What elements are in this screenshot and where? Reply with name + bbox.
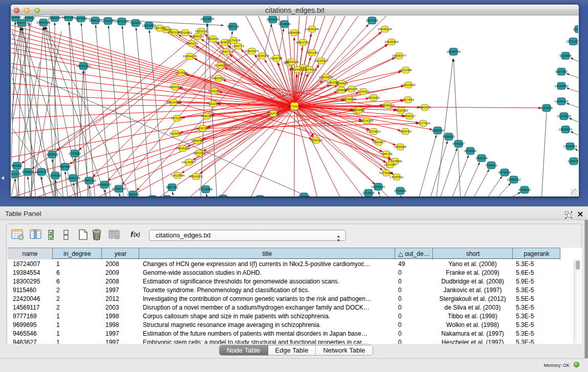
svg-text:7816184: 7816184	[169, 85, 182, 89]
svg-text:1031051: 1031051	[193, 151, 206, 155]
svg-text:1824493: 1824493	[291, 68, 304, 71]
svg-text:(x): (x)	[134, 232, 140, 237]
svg-text:16648784: 16648784	[446, 50, 461, 53]
svg-text:12444154: 12444154	[554, 99, 569, 103]
svg-text:53755646: 53755646	[379, 171, 394, 174]
svg-text:54145868: 54145868	[342, 97, 356, 101]
svg-text:81223623: 81223623	[366, 129, 381, 133]
svg-text:3387262: 3387262	[154, 26, 166, 30]
svg-text:7632621: 7632621	[485, 163, 498, 167]
svg-text:02606474: 02606474	[245, 49, 259, 53]
svg-text:7515526: 7515526	[129, 21, 142, 25]
svg-text:16053809: 16053809	[200, 17, 214, 20]
svg-text:64139537: 64139537	[182, 160, 196, 164]
svg-text:6998543: 6998543	[288, 31, 301, 34]
svg-text:02654235: 02654235	[183, 54, 197, 58]
svg-text:20691406: 20691406	[36, 20, 51, 24]
svg-text:13433200: 13433200	[401, 83, 416, 86]
svg-text:25135427: 25135427	[314, 59, 329, 62]
svg-text:2933114: 2933114	[475, 156, 488, 160]
svg-text:12093882: 12093882	[554, 84, 569, 87]
svg-text:9474444: 9474444	[464, 149, 477, 152]
svg-text:5430391: 5430391	[208, 89, 221, 93]
svg-text:7193745: 7193745	[267, 112, 280, 115]
svg-text:4192832: 4192832	[169, 132, 182, 135]
svg-text:4896383: 4896383	[201, 114, 213, 118]
svg-text:16671385: 16671385	[115, 19, 129, 23]
svg-text:96532871: 96532871	[189, 174, 203, 178]
svg-text:10654112: 10654112	[507, 178, 521, 181]
svg-text:34624751: 34624751	[296, 40, 310, 44]
svg-text:6658760: 6658760	[399, 129, 412, 133]
svg-text:8386379: 8386379	[186, 41, 199, 45]
svg-text:15751074: 15751074	[566, 39, 578, 43]
svg-text:18724007: 18724007	[288, 104, 302, 108]
svg-text:65648236: 65648236	[378, 27, 392, 31]
svg-text:51462704: 51462704	[219, 50, 233, 53]
svg-text:0433218: 0433218	[195, 29, 208, 33]
svg-text:2020655: 2020655	[46, 152, 59, 156]
svg-text:1913171: 1913171	[11, 172, 21, 176]
svg-text:8471636: 8471636	[498, 170, 511, 174]
svg-text:1905531: 1905531	[23, 16, 36, 19]
svg-text:5009788: 5009788	[270, 56, 283, 60]
svg-text:9227342: 9227342	[555, 70, 568, 73]
svg-text:1413614: 1413614	[362, 191, 375, 194]
svg-text:87277434: 87277434	[416, 121, 430, 125]
svg-text:9129966: 9129966	[559, 54, 572, 57]
svg-text:34874016: 34874016	[302, 68, 317, 71]
svg-text:76320163: 76320163	[394, 108, 408, 112]
svg-text:29946804: 29946804	[384, 40, 399, 43]
svg-text:17016504: 17016504	[563, 144, 577, 148]
svg-text:8813054: 8813054	[267, 17, 279, 21]
svg-text:7997587: 7997587	[59, 165, 72, 168]
svg-text:7357224: 7357224	[227, 25, 239, 28]
svg-text:00524278: 00524278	[319, 75, 333, 79]
svg-text:8721489: 8721489	[400, 68, 412, 72]
svg-text:87234309: 87234309	[255, 54, 269, 57]
svg-text:1065332: 1065332	[49, 16, 61, 19]
svg-text:73178108: 73178108	[226, 38, 241, 42]
svg-text:1156829: 1156829	[21, 170, 34, 173]
svg-text:7889579: 7889579	[419, 105, 431, 109]
svg-text:9218506: 9218506	[278, 22, 291, 26]
svg-text:4216073: 4216073	[357, 90, 370, 93]
svg-text:5098393: 5098393	[191, 139, 204, 142]
svg-text:1145190: 1145190	[49, 173, 61, 177]
svg-text:36995777: 36995777	[392, 54, 406, 57]
svg-text:17957253: 17957253	[82, 179, 96, 182]
svg-text:12505135: 12505135	[66, 176, 80, 180]
svg-text:1326773: 1326773	[232, 44, 245, 48]
svg-text:55698169: 55698169	[380, 103, 395, 107]
svg-text:10958107: 10958107	[97, 183, 112, 186]
svg-text:1735992: 1735992	[69, 151, 81, 155]
svg-text:9600133: 9600133	[191, 34, 204, 38]
svg-text:7991183: 7991183	[306, 51, 318, 54]
svg-text:1627204: 1627204	[384, 163, 397, 166]
svg-text:65787133: 65787133	[195, 126, 210, 130]
svg-text:12942757: 12942757	[34, 170, 49, 173]
svg-text:8914407: 8914407	[11, 16, 22, 19]
svg-text:6204505: 6204505	[336, 81, 349, 85]
svg-text:1615594: 1615594	[175, 71, 188, 74]
svg-text:9245632: 9245632	[518, 188, 531, 191]
svg-text:4060883: 4060883	[353, 108, 365, 112]
svg-text:14136141: 14136141	[371, 185, 385, 188]
svg-text:64835030: 64835030	[176, 146, 190, 150]
svg-text:6479197: 6479197	[452, 142, 465, 145]
svg-text:7346706: 7346706	[380, 152, 393, 156]
svg-text:15692971: 15692971	[558, 127, 573, 131]
svg-text:1226916: 1226916	[207, 37, 220, 40]
svg-text:93103413: 93103413	[166, 100, 181, 104]
svg-text:98084124: 98084124	[285, 60, 299, 63]
svg-text:6475255: 6475255	[171, 116, 184, 120]
svg-text:16782759: 16782759	[112, 187, 126, 190]
svg-text:5466889: 5466889	[394, 145, 407, 148]
svg-text:10719185: 10719185	[101, 19, 115, 23]
svg-text:5938923: 5938923	[443, 135, 455, 138]
svg-text:1527602: 1527602	[75, 16, 88, 20]
svg-text:1292346: 1292346	[127, 192, 140, 196]
svg-text:15716485: 15716485	[199, 187, 213, 191]
svg-text:17080531: 17080531	[389, 175, 404, 179]
svg-text:9657791: 9657791	[166, 185, 179, 189]
